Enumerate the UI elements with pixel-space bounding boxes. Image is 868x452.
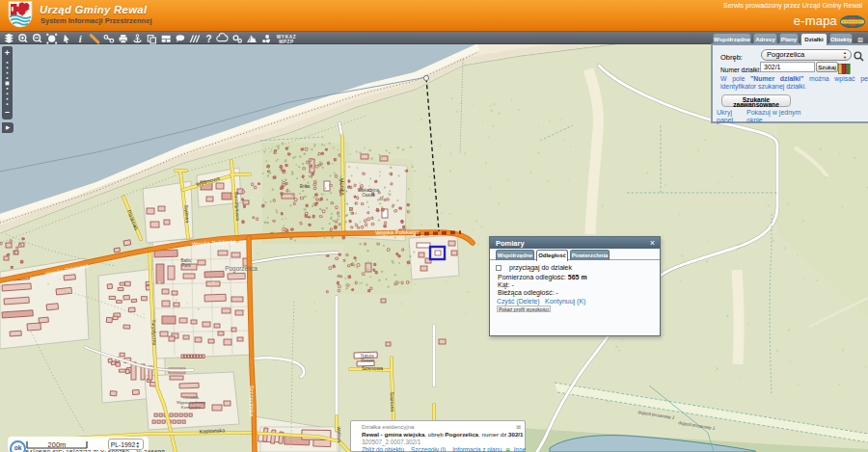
svg-text:Sosnowa: Sosnowa [362, 365, 383, 371]
svg-text:Pogorzelica: Pogorzelica [225, 265, 258, 273]
svg-text:MPZP: MPZP [279, 40, 294, 44]
svg-text:Park: Park [181, 263, 191, 268]
svg-text:Osada: Osada [362, 193, 375, 198]
svg-text:Sosnowa: Sosnowa [390, 392, 396, 412]
svg-text:Wałowa: Wałowa [337, 426, 342, 442]
svg-text:Resort: Resort [361, 359, 374, 363]
svg-text:Erika: Erika [300, 184, 311, 189]
svg-text:200m: 200m [48, 440, 67, 449]
svg-text:Szczecińska: Szczecińska [249, 386, 255, 417]
svg-text:Wojska Polskiego: Wojska Polskiego [375, 229, 420, 236]
svg-text:Turystyczna: Turystyczna [151, 319, 158, 345]
svg-text:?: ? [205, 34, 211, 44]
svg-text:i: i [79, 34, 82, 44]
svg-text:Komandor: Komandor [181, 405, 202, 410]
